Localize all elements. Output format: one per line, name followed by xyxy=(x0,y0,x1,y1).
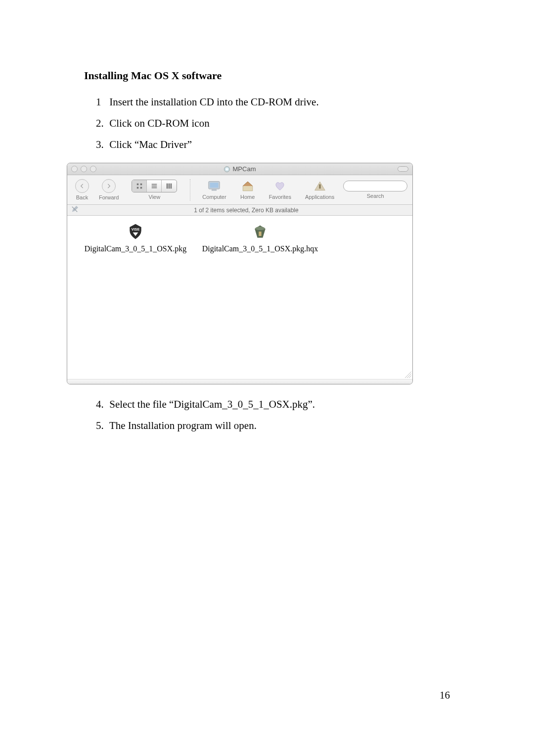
window-title: MPCam xyxy=(67,165,412,173)
readonly-pencil-icon xyxy=(71,206,78,214)
archive-icon xyxy=(251,223,269,240)
step-5: 5. The Installation program will open. xyxy=(92,420,450,432)
svg-rect-12 xyxy=(212,189,217,191)
finder-content[interactable]: VISE DigitalCam_3_0_5_1_OSX.pkg DigitalC… xyxy=(67,216,412,379)
column-view-icon[interactable] xyxy=(162,180,177,192)
computer-button[interactable]: Computer xyxy=(202,180,226,200)
status-text: 1 of 2 items selected, Zero KB available xyxy=(84,207,408,214)
file-item-hqx[interactable]: DigitalCam_3_0_5_1_OSX.pkg.hqx xyxy=(201,223,319,253)
svg-rect-4 xyxy=(152,184,157,185)
arrow-right-icon xyxy=(102,179,116,193)
list-view-icon[interactable] xyxy=(147,180,162,192)
instructions-top: 1 Insert the installation CD into the CD… xyxy=(92,96,450,151)
toolbar-divider xyxy=(190,179,190,201)
icon-view-icon[interactable] xyxy=(132,180,147,192)
section-heading: Installing Mac OS X software xyxy=(84,69,450,82)
finder-bottom-bar xyxy=(67,379,412,384)
svg-rect-5 xyxy=(152,186,157,187)
svg-rect-6 xyxy=(152,188,157,189)
page-number: 16 xyxy=(440,689,450,702)
svg-rect-7 xyxy=(167,184,168,189)
step-3: 3. Click “Mac Driver” xyxy=(92,139,450,151)
svg-rect-13 xyxy=(319,185,320,189)
search-input[interactable] xyxy=(343,181,407,191)
finder-window: MPCam Back Forward xyxy=(67,163,413,384)
instructions-bottom: 4. Select the file “DigitalCam_3_0_5_1_O… xyxy=(92,398,450,432)
home-icon xyxy=(240,180,255,192)
disc-icon xyxy=(224,166,230,172)
svg-rect-17 xyxy=(259,232,261,236)
svg-text:VISE: VISE xyxy=(132,227,140,232)
finder-titlebar[interactable]: MPCam xyxy=(67,163,412,175)
vise-pkg-icon: VISE xyxy=(127,223,144,240)
back-button[interactable]: Back xyxy=(75,179,89,200)
svg-rect-8 xyxy=(169,184,170,189)
svg-rect-2 xyxy=(137,187,139,189)
forward-button[interactable]: Forward xyxy=(99,179,119,200)
applications-button[interactable]: Applications xyxy=(305,180,334,200)
finder-statusbar: 1 of 2 items selected, Zero KB available xyxy=(67,205,412,216)
heart-icon xyxy=(272,180,287,192)
file-label: DigitalCam_3_0_5_1_OSX.pkg xyxy=(85,244,187,253)
file-item-pkg[interactable]: VISE DigitalCam_3_0_5_1_OSX.pkg xyxy=(76,223,195,253)
applications-icon xyxy=(312,180,327,192)
svg-rect-1 xyxy=(140,184,142,186)
view-mode-segment[interactable] xyxy=(132,180,177,192)
home-button[interactable]: Home xyxy=(240,180,255,200)
step-2: 2. Click on CD-ROM icon xyxy=(92,117,450,130)
svg-point-16 xyxy=(255,227,265,230)
svg-rect-9 xyxy=(171,184,172,189)
computer-icon xyxy=(207,180,222,192)
search-group: Search xyxy=(343,181,407,199)
step-1: 1 Insert the installation CD into the CD… xyxy=(92,96,450,108)
step-4: 4. Select the file “DigitalCam_3_0_5_1_O… xyxy=(92,398,450,411)
file-label: DigitalCam_3_0_5_1_OSX.pkg.hqx xyxy=(202,244,318,253)
svg-rect-0 xyxy=(137,184,139,186)
svg-rect-11 xyxy=(210,183,219,188)
arrow-left-icon xyxy=(75,179,89,193)
finder-toolbar: Back Forward View xyxy=(67,175,412,205)
resize-grip-icon[interactable] xyxy=(404,371,411,378)
svg-rect-3 xyxy=(140,187,142,189)
favorites-button[interactable]: Favorites xyxy=(269,180,291,200)
